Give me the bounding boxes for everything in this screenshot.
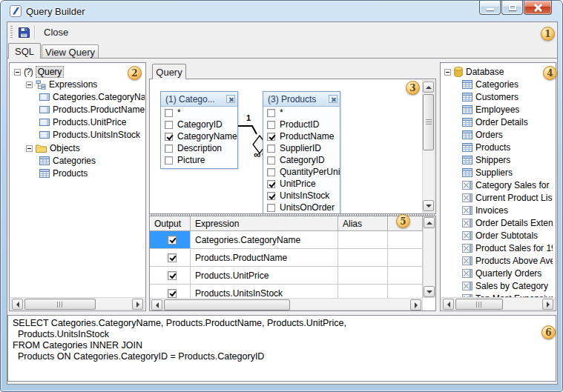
tab-sql[interactable]: SQL <box>8 43 41 59</box>
grid-header-alias[interactable]: Alias <box>338 216 388 231</box>
alias-cell[interactable] <box>338 267 388 285</box>
scroll-left-icon[interactable] <box>12 299 23 310</box>
titlebar[interactable]: Query Builder <box>1 1 562 21</box>
tree-item-expression[interactable]: Products.ProductName <box>39 104 145 116</box>
tree-item-table[interactable]: Categories <box>39 155 145 167</box>
tree-item-table[interactable]: Employees <box>462 104 553 116</box>
scroll-down-icon[interactable] <box>423 200 434 211</box>
column-checkbox[interactable] <box>267 144 275 153</box>
sql-preview[interactable]: SELECT Categories.CategoryName, Products… <box>7 315 556 382</box>
tree-item-query-root[interactable]: (?) Query <box>14 66 64 78</box>
tree-item-view[interactable]: Products Above Average <box>462 255 553 267</box>
expression-cell[interactable]: Products.UnitPrice <box>191 267 338 285</box>
scroll-down-icon[interactable] <box>424 286 435 297</box>
output-checkbox[interactable] <box>168 236 177 245</box>
tree-item-table[interactable]: Shippers <box>462 154 553 166</box>
column-checkbox[interactable] <box>267 204 275 212</box>
column-checkbox[interactable] <box>267 121 275 129</box>
tree-item-expression[interactable]: Products.UnitPrice <box>39 116 145 128</box>
column-row[interactable]: Picture <box>161 154 237 166</box>
diagram-pane[interactable]: 1 ∞ (1) Catego... * CategoryID CategoryN… <box>149 79 436 214</box>
tree-item-table[interactable]: Order Details <box>462 116 553 128</box>
scroll-right-icon[interactable] <box>132 299 143 310</box>
tab-designer-query[interactable]: Query <box>152 64 186 79</box>
tree-item-table[interactable]: Products <box>39 167 145 179</box>
scroll-right-icon[interactable] <box>542 299 553 310</box>
right-panel-hscrollbar[interactable] <box>441 297 555 310</box>
remove-table-icon[interactable] <box>226 95 235 103</box>
tree-item-view[interactable]: Product Sales for 1997 <box>462 242 553 254</box>
table-box-categories[interactable]: (1) Catego... * CategoryID CategoryName … <box>160 91 238 169</box>
column-row[interactable]: SupplierID <box>263 142 340 154</box>
column-checkbox[interactable] <box>165 156 173 165</box>
grid-hscrollbar[interactable] <box>150 298 423 310</box>
tree-item-view[interactable]: Current Product List <box>462 192 553 204</box>
tree-item-table[interactable]: Customers <box>462 91 553 103</box>
grid-vscrollbar[interactable] <box>423 216 435 298</box>
collapse-icon[interactable] <box>26 145 33 152</box>
column-row[interactable]: CategoryID <box>161 119 237 130</box>
output-checkbox[interactable] <box>168 253 177 262</box>
extra-cell[interactable] <box>388 231 423 249</box>
column-row[interactable]: Description <box>161 142 237 154</box>
tree-item-table[interactable]: Orders <box>462 129 553 141</box>
column-row[interactable]: UnitPrice <box>263 178 340 190</box>
collapse-icon[interactable] <box>14 69 21 76</box>
tree-item-expressions[interactable]: Expressions <box>26 79 97 90</box>
column-row[interactable]: * <box>161 107 237 119</box>
extra-cell[interactable] <box>388 249 423 267</box>
tree-item-view[interactable]: Sales by Category <box>462 280 553 292</box>
output-checkbox[interactable] <box>168 289 177 298</box>
alias-cell[interactable] <box>338 249 388 267</box>
column-checkbox[interactable] <box>267 192 275 200</box>
collapse-icon[interactable] <box>26 82 33 88</box>
tree-item-view[interactable]: Order Details Extended <box>462 217 553 229</box>
scroll-up-icon[interactable] <box>424 217 435 228</box>
scroll-up-icon[interactable] <box>423 82 434 93</box>
maximize-button[interactable] <box>501 1 523 15</box>
scroll-thumb[interactable] <box>423 94 434 150</box>
close-window-button[interactable] <box>524 1 552 15</box>
column-row[interactable]: UnitsOnOrder <box>263 202 340 213</box>
tree-item-database-root[interactable]: Database <box>444 66 504 78</box>
toolbar-grip[interactable] <box>10 26 13 39</box>
scroll-thumb[interactable] <box>164 299 290 310</box>
column-row[interactable]: * <box>263 107 340 119</box>
scroll-left-icon[interactable] <box>443 299 454 310</box>
tree-item-expression[interactable]: Categories.CategoryName <box>39 91 145 103</box>
scroll-thumb[interactable] <box>24 299 96 310</box>
column-checkbox[interactable] <box>267 109 275 117</box>
column-checkbox[interactable] <box>267 133 275 141</box>
collapse-icon[interactable] <box>444 69 451 76</box>
table-box-header[interactable]: (3) Products <box>263 92 340 107</box>
table-box-products[interactable]: (3) Products * ProductID ProductName Sup… <box>263 91 340 214</box>
tree-item-table[interactable]: Categories <box>462 79 553 90</box>
column-row[interactable]: ProductID <box>263 119 340 130</box>
column-checkbox[interactable] <box>165 109 173 117</box>
tree-item-view[interactable]: Quarterly Orders <box>462 268 553 279</box>
tree-item-view[interactable]: Category Sales for 1997 <box>462 179 553 191</box>
column-checkbox[interactable] <box>165 133 173 141</box>
expression-cell[interactable]: Categories.CategoryName <box>191 231 338 249</box>
tree-item-table[interactable]: Products <box>462 142 553 153</box>
grid-header-expression[interactable]: Expression <box>191 216 338 231</box>
tab-view-query[interactable]: View Query <box>42 44 99 59</box>
column-checkbox[interactable] <box>267 156 275 165</box>
column-row[interactable]: ProductName <box>263 130 340 142</box>
scroll-right-icon[interactable] <box>410 299 421 310</box>
column-checkbox[interactable] <box>165 144 173 153</box>
close-button[interactable]: Close <box>39 25 73 40</box>
tree-item-objects[interactable]: Objects <box>26 142 80 154</box>
scroll-left-icon[interactable] <box>151 299 162 310</box>
alias-cell[interactable] <box>338 231 388 249</box>
extra-cell[interactable] <box>388 267 423 285</box>
column-row[interactable]: CategoryName <box>161 130 237 142</box>
expression-grid[interactable]: Output Expression Alias Categories.Categ… <box>149 216 436 311</box>
minimize-button[interactable] <box>479 1 501 15</box>
table-box-header[interactable]: (1) Catego... <box>161 92 237 107</box>
column-row[interactable]: QuantityPerUnit <box>263 166 340 178</box>
column-checkbox[interactable] <box>267 168 275 176</box>
tree-item-view[interactable]: Invoices <box>462 205 553 216</box>
save-button[interactable] <box>16 25 32 40</box>
column-checkbox[interactable] <box>267 180 275 188</box>
